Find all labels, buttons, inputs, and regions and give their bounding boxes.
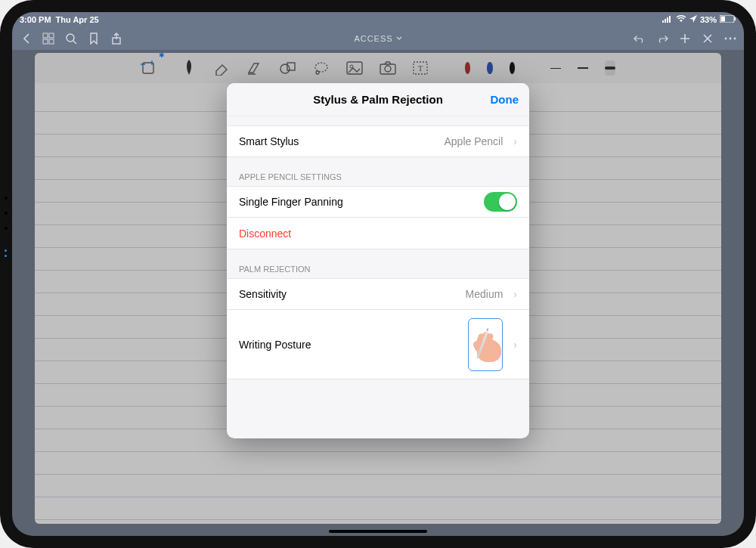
status-date: Thu Apr 25 <box>56 15 99 24</box>
writing-posture-thumb <box>468 318 503 371</box>
wifi-icon <box>676 15 686 24</box>
single-finger-panning-label: Single Finger Panning <box>239 196 343 208</box>
svg-line-12 <box>73 41 76 44</box>
undo-icon[interactable] <box>634 33 646 45</box>
location-icon <box>689 15 697 24</box>
svg-rect-0 <box>662 20 664 23</box>
grid-icon[interactable] <box>42 33 54 45</box>
sensitivity-label: Sensitivity <box>239 288 287 300</box>
more-icon[interactable] <box>724 33 736 45</box>
bookmark-icon[interactable] <box>88 33 100 45</box>
row-sensitivity[interactable]: Sensitivity Medium › <box>227 278 529 310</box>
popover-title: Stylus & Palm Rejection <box>313 93 443 106</box>
redo-icon[interactable] <box>656 33 668 45</box>
row-disconnect[interactable]: Disconnect <box>227 218 529 249</box>
svg-point-19 <box>730 38 732 40</box>
settings-popover: Stylus & Palm Rejection Done Smart Stylu… <box>227 83 529 438</box>
chevron-right-icon: › <box>513 135 517 147</box>
cellular-icon <box>662 15 673 24</box>
popover-header: Stylus & Palm Rejection Done <box>227 83 529 116</box>
sensitivity-value: Medium <box>466 288 503 300</box>
chevron-right-icon: › <box>513 339 517 351</box>
single-finger-panning-toggle[interactable] <box>484 192 517 212</box>
search-icon[interactable] <box>65 33 77 45</box>
battery-icon <box>720 15 736 24</box>
row-writing-posture[interactable]: Writing Posture › <box>227 310 529 379</box>
svg-rect-2 <box>667 17 668 23</box>
back-icon[interactable] <box>20 33 32 45</box>
smart-stylus-label: Smart Stylus <box>239 135 299 147</box>
section-header-pencil: APPLE PENCIL SETTINGS <box>227 157 529 186</box>
writing-posture-label: Writing Posture <box>239 339 311 351</box>
svg-rect-9 <box>43 39 48 44</box>
status-time: 3:00 PM <box>20 15 51 24</box>
svg-point-11 <box>67 34 74 42</box>
share-icon[interactable] <box>110 33 122 45</box>
status-bar: 3:00 PM Thu Apr 25 33% <box>12 12 744 27</box>
svg-rect-8 <box>49 33 54 38</box>
svg-point-20 <box>734 38 736 40</box>
chevron-right-icon: › <box>513 288 517 300</box>
plus-icon[interactable] <box>679 33 691 45</box>
svg-rect-3 <box>669 16 671 23</box>
close-icon[interactable] <box>702 33 714 45</box>
nav-bar: ACCESS <box>12 27 744 50</box>
home-indicator[interactable] <box>329 530 427 533</box>
row-smart-stylus[interactable]: Smart Stylus Apple Pencil › <box>227 125 529 157</box>
smart-stylus-value: Apple Pencil <box>445 135 503 147</box>
row-single-finger-panning: Single Finger Panning <box>227 186 529 218</box>
svg-rect-10 <box>49 39 54 44</box>
done-button[interactable]: Done <box>491 93 519 106</box>
svg-point-18 <box>725 38 727 40</box>
battery-pct: 33% <box>700 15 717 24</box>
section-header-palm: PALM REJECTION <box>227 249 529 278</box>
disconnect-label: Disconnect <box>239 228 291 240</box>
svg-rect-7 <box>43 33 48 38</box>
svg-rect-5 <box>721 17 726 22</box>
svg-rect-6 <box>735 17 736 20</box>
doc-title[interactable]: ACCESS <box>354 34 401 43</box>
svg-rect-1 <box>665 19 666 23</box>
